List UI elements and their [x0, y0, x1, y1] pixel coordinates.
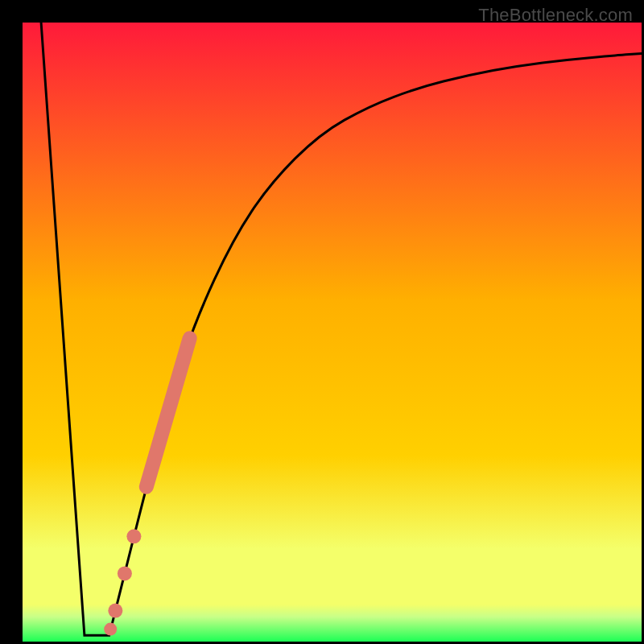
highlight-dot-4	[104, 623, 117, 636]
attribution-label: TheBottleneck.com	[478, 5, 633, 26]
highlight-dot-3	[108, 604, 122, 618]
chart-frame: TheBottleneck.com	[0, 0, 644, 644]
plot-background	[23, 23, 642, 642]
highlight-dot-2	[118, 566, 132, 580]
highlight-dot-1	[126, 529, 141, 543]
bottleneck-chart	[0, 0, 644, 644]
